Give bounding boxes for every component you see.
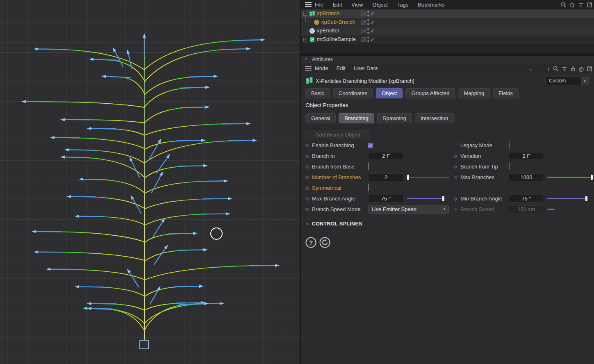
filter-icon[interactable] <box>562 66 567 72</box>
enabled-check-icon[interactable]: ✓ <box>370 36 375 43</box>
keyframe-diamond-icon[interactable]: ◇ <box>305 175 312 180</box>
up-arrow-icon[interactable]: ↑ <box>547 65 550 72</box>
symmetrical-checkbox[interactable] <box>368 184 369 191</box>
attr-menu-item-mode[interactable]: Mode <box>315 65 328 71</box>
visibility-dots[interactable] <box>367 19 369 25</box>
keyframe-diamond-icon[interactable]: ◇ <box>305 207 312 212</box>
search-icon[interactable] <box>553 66 559 72</box>
object-name[interactable]: mtSplineSample <box>317 36 356 42</box>
keyframe-diamond-icon[interactable]: ◇ <box>305 164 312 169</box>
keyframe-diamond-icon[interactable]: ◇ <box>305 153 312 159</box>
hamburger-icon[interactable] <box>305 66 312 71</box>
tab-groups-affected[interactable]: Groups Affected <box>405 88 455 98</box>
popout-icon[interactable] <box>587 66 592 72</box>
om-row-xpsub-branch[interactable]: xpSub-Branch✓ <box>301 18 594 27</box>
om-menu-item-edit[interactable]: Edit <box>333 2 342 8</box>
object-name[interactable]: xpBranch <box>317 10 339 16</box>
particle-arrow-head <box>101 75 106 78</box>
help-button[interactable]: ? <box>305 237 316 248</box>
om-row-xpemitter[interactable]: xpEmitter✓ <box>301 27 594 35</box>
back-arrow-icon[interactable]: ← <box>529 65 535 72</box>
number-of-branches-slider[interactable] <box>406 173 451 182</box>
enable-branching-checkbox[interactable]: ✓ <box>368 143 373 148</box>
particle-arrow-line <box>93 59 118 60</box>
keyframe-diamond-icon[interactable]: ◇ <box>305 143 312 148</box>
search-icon[interactable] <box>561 2 567 8</box>
tab-object[interactable]: Object <box>376 88 403 98</box>
branch-from-tip-checkbox[interactable] <box>509 162 510 170</box>
close-icon[interactable]: × <box>305 56 307 61</box>
target-icon[interactable]: ◎ <box>579 66 584 72</box>
min-branch-angle-field[interactable]: 75 ° <box>509 195 544 202</box>
keyframe-diamond-icon[interactable]: ◇ <box>305 185 312 191</box>
enabled-check-icon[interactable]: ✓ <box>370 10 375 17</box>
keyframe-diamond-icon[interactable]: ◇ <box>454 196 460 201</box>
om-menu-item-view[interactable]: View <box>351 2 363 8</box>
branch-speed-mode-dropdown[interactable]: Use Emitter Speed▼ <box>368 205 449 214</box>
om-menu-item-bookmarks[interactable]: Bookmarks <box>418 2 444 8</box>
om-row-xpbranch[interactable]: −xpBranch✓ <box>301 9 594 18</box>
visibility-dots[interactable] <box>367 11 369 17</box>
object-name[interactable]: xpEmitter <box>317 27 339 34</box>
layer-icon[interactable] <box>361 20 366 25</box>
sub-particle-arrow-head <box>158 138 162 143</box>
section-heading: Object Properties <box>305 102 348 108</box>
param-label: Branch from Base <box>312 164 368 170</box>
max-branch-angle-slider[interactable] <box>406 194 451 203</box>
control-splines-section-header[interactable]: ›CONTROL SPLINES <box>306 221 362 227</box>
layer-icon[interactable] <box>361 37 366 42</box>
layer-icon[interactable] <box>361 11 366 16</box>
visibility-dots[interactable] <box>367 28 369 34</box>
keyframe-diamond-icon[interactable]: ◇ <box>454 153 460 159</box>
max-branches-slider[interactable] <box>546 173 594 182</box>
forward-arrow-icon[interactable]: → <box>538 65 544 72</box>
3d-viewport[interactable] <box>0 0 300 364</box>
visibility-dots[interactable] <box>367 36 369 43</box>
tab-mapping[interactable]: Mapping <box>458 88 490 98</box>
collapse-icon[interactable]: − <box>303 12 307 16</box>
popout-icon[interactable] <box>587 2 592 8</box>
layer-icon[interactable] <box>361 29 366 33</box>
branch-from-base-checkbox[interactable] <box>368 162 369 170</box>
particle-arrow-head <box>201 139 206 142</box>
reset-button[interactable] <box>319 237 330 248</box>
om-menu-item-object[interactable]: Object <box>372 2 388 8</box>
min-branch-angle-slider[interactable] <box>546 194 594 203</box>
om-menu-item-tags[interactable]: Tags <box>397 2 408 8</box>
particle-arrow-head <box>87 302 91 305</box>
variation-field[interactable]: 2 F <box>509 152 544 160</box>
max-branches-field[interactable]: 1000 <box>509 173 544 181</box>
home-icon[interactable] <box>569 2 575 8</box>
max-branch-angle-field[interactable]: 75 ° <box>368 195 404 202</box>
preset-dropdown[interactable]: Custom <box>545 77 581 85</box>
lock-icon[interactable] <box>570 66 576 72</box>
om-row-mtsplinesample[interactable]: +mtSplineSample✓ <box>301 35 594 44</box>
expand-icon[interactable]: + <box>303 38 307 41</box>
tab-fields[interactable]: Fields <box>493 88 519 98</box>
keyframe-diamond-icon[interactable]: ◇ <box>454 175 460 180</box>
branch-in-field[interactable]: 2 F <box>368 152 404 160</box>
filter-icon[interactable] <box>578 2 584 8</box>
hamburger-icon[interactable] <box>305 2 312 7</box>
tab-intersection[interactable]: Intersection <box>415 113 454 123</box>
tab-coordinates[interactable]: Coordinates <box>333 88 373 98</box>
emitter-gizmo[interactable] <box>140 340 148 349</box>
om-menu-item-file[interactable]: File <box>315 2 323 8</box>
enabled-check-icon[interactable]: ✓ <box>370 27 375 34</box>
tab-spawning[interactable]: Spawning <box>377 113 412 123</box>
object-name[interactable]: xpSub-Branch <box>321 19 355 25</box>
legacy-mode-checkbox[interactable] <box>509 141 510 149</box>
preset-dropdown-arrow[interactable]: ▼ <box>581 77 589 85</box>
keyframe-diamond-icon[interactable]: ◇ <box>305 196 312 201</box>
tab-general[interactable]: General <box>305 113 336 123</box>
tab-branching[interactable]: Branching <box>339 113 374 123</box>
keyframe-diamond-icon[interactable]: ◇ <box>454 164 460 169</box>
svg-text:?: ? <box>309 239 313 246</box>
number-of-branches-field[interactable]: 2 <box>368 173 404 181</box>
attr-menu-item-user-data[interactable]: User Data <box>354 65 378 71</box>
attr-menu-item-edit[interactable]: Edit <box>337 65 346 71</box>
add-branch-object-button[interactable]: Add Branch Object <box>305 130 370 139</box>
tab-basic[interactable]: Basic <box>305 88 330 98</box>
particle-arrow-head <box>64 148 69 152</box>
enabled-check-icon[interactable]: ✓ <box>370 19 375 25</box>
